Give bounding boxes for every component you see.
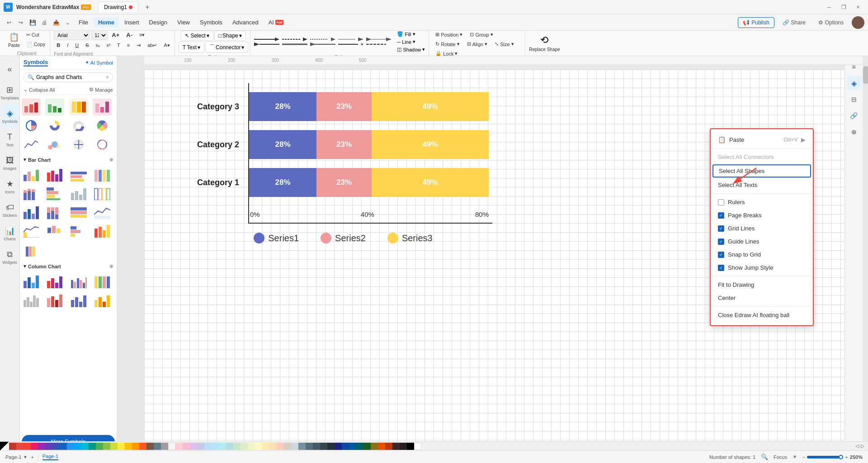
- symbol-item[interactable]: [69, 222, 88, 239]
- undo-button[interactable]: ↩: [4, 17, 14, 28]
- symbol-item[interactable]: [69, 117, 88, 134]
- select-all-shapes-item[interactable]: Select All Shapes: [712, 164, 811, 178]
- single-bar-icon[interactable]: [22, 241, 115, 260]
- color-swatch[interactable]: [175, 443, 183, 450]
- color-swatch[interactable]: [349, 443, 356, 450]
- color-swatch[interactable]: [110, 443, 118, 450]
- page-breaks-checkbox[interactable]: ✓: [718, 212, 724, 219]
- symbol-item[interactable]: [93, 166, 112, 183]
- list-button[interactable]: ≡: [124, 41, 132, 49]
- symbol-item[interactable]: [69, 185, 88, 202]
- sidebar-item-icons[interactable]: ★ Icons: [2, 175, 18, 198]
- print-button[interactable]: 🖨: [39, 17, 50, 28]
- symbol-item[interactable]: [45, 204, 64, 221]
- export-button[interactable]: 📤: [51, 17, 61, 28]
- right-panel-icon3[interactable]: ⊟: [847, 92, 861, 107]
- symbol-item[interactable]: [22, 204, 41, 221]
- shade-lighter[interactable]: ◁: [855, 443, 859, 449]
- manage-button[interactable]: ⚙ Manage: [89, 87, 113, 93]
- symbol-item[interactable]: [22, 222, 41, 239]
- menu-design[interactable]: Design: [145, 17, 172, 28]
- search-clear-icon[interactable]: ×: [106, 74, 109, 80]
- color-swatch[interactable]: [241, 443, 248, 450]
- column-chart-section[interactable]: ▾ Column Chart ⊕: [22, 262, 115, 271]
- column-chart-more[interactable]: ⊕: [109, 264, 113, 269]
- color-swatch[interactable]: [74, 443, 81, 450]
- symbol-item[interactable]: [93, 136, 112, 153]
- zoom-in-button[interactable]: +: [845, 454, 848, 460]
- restore-button[interactable]: ❐: [837, 3, 850, 12]
- color-swatch[interactable]: [371, 443, 378, 450]
- grid-lines-checkbox[interactable]: ✓: [718, 225, 724, 232]
- fill-button[interactable]: 🪣 Fill▾: [395, 31, 427, 37]
- menu-file[interactable]: File: [74, 17, 93, 28]
- symbol-item[interactable]: [45, 273, 64, 290]
- sup-button[interactable]: x²: [104, 42, 113, 49]
- shade-darker[interactable]: ▷: [861, 443, 864, 449]
- color-swatch[interactable]: [24, 443, 31, 450]
- sidebar-item-widgets[interactable]: ⧉ Widgets: [2, 246, 18, 268]
- color-swatch[interactable]: [356, 443, 363, 450]
- page-breaks-item[interactable]: ✓ Page Breaks: [711, 209, 813, 222]
- show-jump-style-item[interactable]: ✓ Show Jump Style: [711, 261, 813, 274]
- group-button[interactable]: ⊡Group▾: [467, 31, 496, 38]
- search-input[interactable]: [36, 74, 104, 80]
- symbol-item[interactable]: [22, 136, 41, 153]
- save-button[interactable]: 💾: [27, 17, 38, 28]
- color-swatch[interactable]: [414, 443, 421, 450]
- color-swatch[interactable]: [183, 443, 190, 450]
- redo-button[interactable]: ↪: [15, 17, 26, 28]
- center-item[interactable]: Center: [711, 291, 813, 304]
- ai-symbol-button[interactable]: ✦ AI Symbol: [85, 60, 113, 65]
- color-swatch[interactable]: [212, 443, 219, 450]
- symbol-item[interactable]: [93, 204, 112, 221]
- color-swatch[interactable]: [96, 443, 103, 450]
- snap-to-grid-checkbox[interactable]: ✓: [718, 252, 724, 258]
- new-tab-button[interactable]: +: [142, 2, 153, 13]
- color-swatch[interactable]: [52, 443, 60, 450]
- symbol-item[interactable]: [93, 98, 112, 116]
- symbol-item[interactable]: [22, 166, 41, 183]
- color-swatch[interactable]: [407, 443, 414, 450]
- underline-button[interactable]: U: [72, 41, 81, 49]
- color-swatch[interactable]: [269, 443, 277, 450]
- symbol-item[interactable]: [22, 185, 41, 202]
- color-swatch[interactable]: [392, 443, 400, 450]
- sidebar-item-symbols[interactable]: ◈ Symbols: [2, 105, 18, 127]
- close-ai-item[interactable]: Close Edraw AI floating ball: [711, 309, 813, 322]
- size-button[interactable]: ⤡Size▾: [492, 40, 516, 48]
- color-swatch[interactable]: [139, 443, 146, 450]
- increase-font-button[interactable]: A+: [109, 30, 122, 40]
- color-swatch[interactable]: [60, 443, 67, 450]
- copy-button[interactable]: 📄 Copy: [24, 40, 48, 49]
- select-tool-button[interactable]: ↖ Select ▾: [181, 31, 213, 41]
- color-swatch[interactable]: [67, 443, 74, 450]
- color-swatch[interactable]: [38, 443, 45, 450]
- active-page-tab[interactable]: Page-1: [42, 454, 58, 460]
- color-swatch[interactable]: [146, 443, 154, 450]
- symbols-tab[interactable]: Symbols: [24, 59, 48, 66]
- color-swatch[interactable]: [298, 443, 306, 450]
- symbol-item[interactable]: [93, 222, 112, 239]
- bold-button[interactable]: B: [54, 41, 63, 49]
- color-swatch[interactable]: [154, 443, 161, 450]
- color-swatch[interactable]: [385, 443, 392, 450]
- symbol-item[interactable]: [69, 136, 88, 153]
- symbol-item[interactable]: [45, 185, 64, 202]
- align-btn[interactable]: ⊟Align▾: [464, 40, 490, 48]
- sidebar-item-text[interactable]: T Text: [2, 128, 18, 151]
- guide-lines-item[interactable]: ✓ Guide Lines: [711, 235, 813, 248]
- color-swatch[interactable]: [233, 443, 241, 450]
- color-swatch[interactable]: [313, 443, 320, 450]
- color-swatch[interactable]: [335, 443, 342, 450]
- color-swatch[interactable]: [132, 443, 139, 450]
- menu-home[interactable]: Home: [94, 17, 119, 28]
- symbol-item[interactable]: [69, 273, 88, 290]
- symbol-item[interactable]: [45, 117, 64, 134]
- color-swatch[interactable]: [277, 443, 284, 450]
- color-swatch[interactable]: [9, 443, 16, 450]
- menu-symbols[interactable]: Symbols: [195, 17, 227, 28]
- shape-tool-button[interactable]: □ Shape ▾: [214, 31, 246, 41]
- color-swatch[interactable]: [197, 443, 204, 450]
- color-swatch[interactable]: [226, 443, 233, 450]
